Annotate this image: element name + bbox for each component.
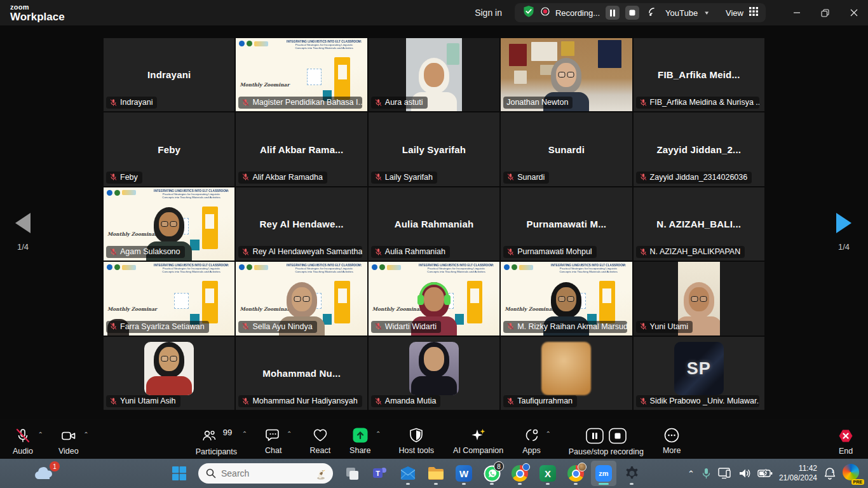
program-logo-icon [512,264,517,270]
minimize-button[interactable] [782,0,811,25]
slide-logos [107,190,136,196]
participant-tile[interactable]: Yuni Utami Asih [104,337,234,410]
view-grid-icon[interactable] [749,7,758,18]
participant-tile[interactable]: Taufiqurrahman [501,337,632,410]
apps-options-chevron-icon[interactable]: ⌃ [545,430,550,437]
participant-tile[interactable]: Feby Feby [104,112,234,186]
participant-tile[interactable]: Rey Al Hendawe... Rey Al Hendaweyah Sama… [236,187,367,261]
participant-tile[interactable]: Sunardi Sunardi [501,112,632,186]
tray-microphone-icon[interactable] [701,468,712,479]
participant-tile[interactable]: INTEGRATING LINGUISTICS INTO ELT CLASSRO… [369,262,499,335]
youtube-stream-label[interactable]: YouTube [665,8,698,18]
participant-tile[interactable]: INTEGRATING LINGUISTICS INTO ELT CLASSRO… [501,262,632,335]
host-tools-button[interactable]: Host tools [398,423,434,455]
next-page-button[interactable]: 1/4 [825,213,863,252]
participant-tile[interactable]: Jonathan Newton [501,38,632,111]
participant-tile[interactable]: INTEGRATING LINGUISTICS INTO ELT CLASSRO… [236,262,367,335]
slide-logo-strip [254,265,268,270]
participant-name-label: Yuni Utami Asih [106,395,180,407]
tray-expand-chevron-icon[interactable]: ⌃ [688,469,695,478]
teams-app-icon[interactable]: T [367,461,393,486]
participant-name-label: Sella Ayu Nindya [238,321,316,333]
participant-tile[interactable]: Aulia Rahmaniah Aulia Rahmaniah [369,187,499,261]
next-page-arrow-icon[interactable] [836,213,851,233]
video-gallery-stage: Indrayani Indrayani INTEGRATING LINGUIST… [0,25,868,419]
participant-tile[interactable]: Indrayani Indrayani [104,38,234,111]
word-app-icon[interactable]: W [451,461,477,486]
participant-tile[interactable]: INTEGRATING LINGUISTICS INTO ELT CLASSRO… [236,38,367,111]
start-button[interactable] [166,461,192,486]
participant-tile[interactable]: Purnamawati M... Purnamawati Mohpul [501,187,632,261]
participant-name-label: Amanda Mutia [371,395,441,407]
notification-bell-icon[interactable]: z [824,467,836,480]
tray-volume-icon[interactable] [738,468,751,479]
copilot-icon[interactable]: PRE [843,464,862,483]
view-button[interactable]: View [726,8,743,18]
more-button[interactable]: More [663,423,681,455]
previous-page-button[interactable]: 1/4 [4,213,42,252]
participant-tile[interactable]: Amanda Mutia [369,337,499,410]
participant-tile[interactable]: Yuni Utami [634,262,764,335]
close-button[interactable] [839,0,868,25]
livestream-icon [649,7,660,19]
end-meeting-button[interactable]: End [837,423,854,456]
pause-recording-icon [585,428,604,444]
participant-name-label: Jonathan Newton [503,97,573,109]
participant-tile[interactable]: N. AZIZAH_BALI... N. AZIZAH_BALIKPAPAN [634,187,764,261]
weather-widget[interactable]: 1 [33,466,55,481]
settings-gear-icon[interactable] [619,461,644,486]
participant-tile[interactable]: INTEGRATING LINGUISTICS INTO ELT CLASSRO… [104,262,234,335]
search-input[interactable] [221,468,304,478]
security-shield-icon[interactable] [522,5,535,20]
file-explorer-icon[interactable] [423,461,449,486]
ai-companion-button[interactable]: AI Companion [453,423,503,455]
chat-options-chevron-icon[interactable]: ⌃ [287,430,292,437]
video-button[interactable]: ⌃ Video [58,423,79,456]
tray-cast-icon[interactable] [718,468,732,479]
participant-tile[interactable]: FIB_Arfika Meid... FIB_Arfika Meidina & … [634,38,764,111]
previous-page-arrow-icon[interactable] [15,213,31,233]
participant-name-label: Laily Syarifah [371,172,437,184]
apps-button[interactable]: ⌃ Apps [522,423,541,455]
share-button[interactable]: ⌃ Share [349,423,370,455]
participants-options-chevron-icon[interactable]: ⌃ [242,430,247,437]
taskbar-clock[interactable]: 11:42 21/08/2024 [779,464,817,483]
participant-tile[interactable]: Mohammad Nu... Mohammad Nur Hadiyansyah [236,337,367,410]
restore-button[interactable] [811,0,839,25]
participant-tile[interactable]: INTEGRATING LINGUISTICS INTO ELT CLASSRO… [104,187,234,261]
participant-tile[interactable]: Aura astuti [369,38,499,111]
task-view-button[interactable] [339,461,365,486]
tray-battery-icon[interactable] [757,469,773,478]
mail-app-icon[interactable] [395,461,421,486]
participant-name-text: Mohammad Nur Hadiyansyah [252,396,357,405]
participant-tile[interactable]: Laily Syarifah Laily Syarifah [369,112,499,186]
youtube-chevron-icon[interactable]: ▼ [703,10,710,16]
pause-stop-recording-button[interactable]: Pause/stop recording [569,423,644,456]
sign-in-button[interactable]: Sign in [475,8,502,18]
chrome-icon[interactable] [507,461,532,486]
audio-button[interactable]: ⌃ Audio [13,423,33,456]
participant-tile[interactable]: SP Sidik Prabowo _Univ. Mulawar... [634,337,764,410]
share-options-chevron-icon[interactable]: ⌃ [376,430,381,437]
zoom-app-icon[interactable]: zm [591,461,616,486]
slide-logos [239,41,268,46]
chrome-icon-2[interactable] [563,461,588,486]
participant-tile[interactable]: Alif Akbar Rama... Alif Akbar Ramadha [236,112,367,186]
video-options-chevron-icon[interactable]: ⌃ [83,431,88,438]
program-logo-icon [247,264,252,270]
pause-recording-button[interactable] [606,6,620,20]
participants-button[interactable]: ⌃ 99 Participants [196,423,237,456]
stop-recording-button[interactable] [625,6,639,20]
participant-tile[interactable]: Zayyid Jiddan_2... Zayyid Jiddan_2314026… [634,112,764,186]
muted-mic-icon [639,173,648,181]
clock-time: 11:42 [779,464,817,473]
taskbar-search[interactable] [198,463,333,484]
participant-name-label: Mohammad Nur Hadiyansyah [238,395,362,407]
excel-app-icon[interactable]: X [535,461,560,486]
muted-mic-icon [374,173,383,181]
audio-options-chevron-icon[interactable]: ⌃ [38,431,43,438]
chat-button[interactable]: ⌃ Chat [265,423,281,455]
whatsapp-icon[interactable]: 8 [479,461,505,486]
slide-title: INTEGRATING LINGUISTICS INTO ELT CLASSRO… [149,189,233,193]
react-button[interactable]: React [309,423,330,455]
